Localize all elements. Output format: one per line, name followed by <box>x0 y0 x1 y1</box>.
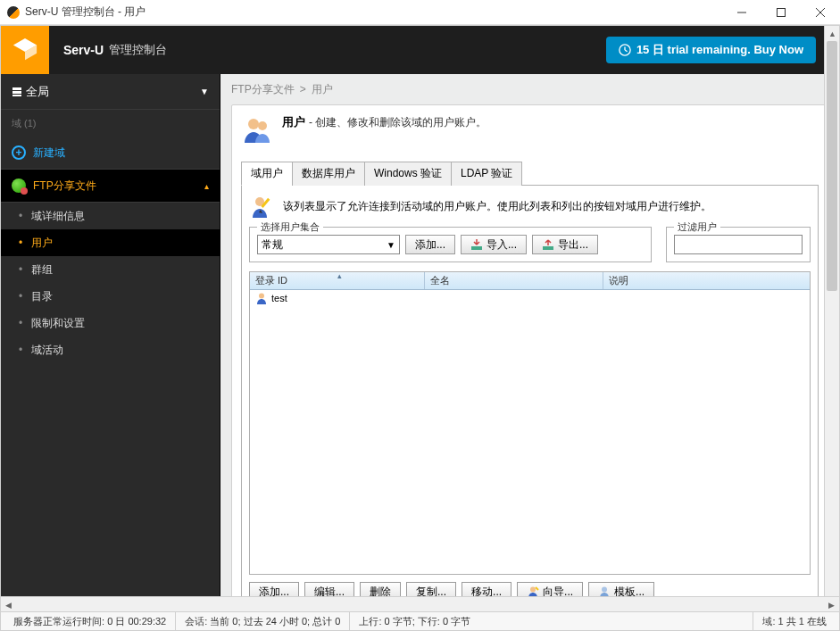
tab-body: 该列表显示了允许连接到活动域的用户账户。使用此列表和列出的按钮对域用户进行维护。… <box>241 186 819 610</box>
svg-rect-11 <box>12 95 21 96</box>
scroll-thumb-v[interactable] <box>827 41 837 291</box>
svg-rect-10 <box>12 91 21 94</box>
plus-circle-icon: + <box>12 145 26 160</box>
user-set-combo-value: 常规 <box>262 237 283 253</box>
vertical-scrollbar[interactable]: ▲ ▼ <box>824 26 839 615</box>
window-close-button[interactable] <box>801 0 840 25</box>
new-domain-label: 新建域 <box>33 145 65 161</box>
import-icon <box>470 238 483 251</box>
table-header: 登录 ID 全名 说明 <box>250 272 810 290</box>
window-maximize-button[interactable] <box>761 0 801 25</box>
svg-point-13 <box>258 121 267 130</box>
breadcrumb-root[interactable]: FTP分享文件 <box>231 82 295 97</box>
tab-desc-row: 该列表显示了允许连接到活动域的用户账户。使用此列表和列出的按钮对域用户进行维护。 <box>249 193 811 220</box>
filter-user-legend: 过滤用户 <box>674 220 720 234</box>
col-desc[interactable]: 说明 <box>603 272 810 289</box>
tab-ldap-auth[interactable]: LDAP 验证 <box>451 162 522 186</box>
horizontal-scrollbar[interactable]: ◀ ▶ <box>1 596 839 611</box>
svg-point-21 <box>602 587 607 593</box>
sidebar-ftpshare-label: FTP分享文件 <box>33 179 96 194</box>
table-row[interactable]: test <box>250 290 810 306</box>
cell-login-id: test <box>271 293 287 303</box>
app-header: Serv-U 管理控制台 15 日 trial remaining. Buy N… <box>1 26 839 74</box>
content: FTP分享文件 > 用户 用户 - 创建、修改和删除该域的用户账户。 <box>220 74 839 630</box>
tab-domain-users[interactable]: 域用户 <box>241 162 293 186</box>
brand-name: Serv-U <box>63 43 104 57</box>
filter-input[interactable] <box>674 235 803 254</box>
sidebar-ftpshare[interactable]: FTP分享文件 ▴ <box>1 169 220 203</box>
users-icon <box>241 114 273 146</box>
subnav-item-2[interactable]: 群组 <box>1 256 220 283</box>
svg-rect-17 <box>471 246 482 250</box>
chevron-up-icon: ▴ <box>204 181 209 191</box>
tab-windows-auth[interactable]: Windows 验证 <box>364 162 452 186</box>
select-user-set-legend: 选择用户集合 <box>257 220 323 234</box>
page-desc: - 创建、修改和删除该域的用户账户。 <box>309 115 487 130</box>
page-title: 用户 <box>282 114 305 130</box>
status-uptime: 服务器正常运行时间: 0 日 00:29:32 <box>4 612 176 630</box>
tab-db-users[interactable]: 数据库用户 <box>292 162 365 186</box>
sidebar-global-label: 全局 <box>26 84 49 100</box>
sidebar-domains-count: 域 (1) <box>1 110 220 137</box>
user-edit-icon <box>249 193 276 220</box>
svg-rect-9 <box>12 87 21 90</box>
fieldset-row: 选择用户集合 常规 ▼ 添加... 导入... <box>249 227 811 262</box>
subnav-item-1[interactable]: 用户 <box>1 229 220 256</box>
col-fullname[interactable]: 全名 <box>425 272 603 289</box>
user-set-combobox[interactable]: 常规 ▼ <box>257 235 400 254</box>
svg-point-19 <box>259 294 264 299</box>
globe-icon <box>12 179 26 193</box>
scroll-right-icon[interactable]: ▶ <box>824 597 839 612</box>
status-domains: 域: 1 共 1 在线 <box>753 612 836 630</box>
users-table: 登录 ID 全名 说明 test <box>249 271 811 575</box>
page-head: 用户 - 创建、修改和删除该域的用户账户。 <box>241 114 819 146</box>
subnav-item-0[interactable]: 域详细信息 <box>1 203 220 229</box>
tabs: 域用户 数据库用户 Windows 验证 LDAP 验证 <box>241 161 819 186</box>
status-sessions: 会话: 当前 0; 过去 24 小时 0; 总计 0 <box>176 612 350 630</box>
scroll-up-icon[interactable]: ▲ <box>825 26 839 41</box>
window-minimize-button[interactable] <box>722 0 761 25</box>
svg-point-12 <box>248 119 259 129</box>
statusbar: 服务器正常运行时间: 0 日 00:29:32 会话: 当前 0; 过去 24 … <box>1 611 839 630</box>
export-icon <box>542 238 554 251</box>
new-domain-button[interactable]: + 新建域 <box>1 137 220 169</box>
table-body[interactable]: test <box>250 290 810 574</box>
tab-desc: 该列表显示了允许连接到活动域的用户账户。使用此列表和列出的按钮对域用户进行维护。 <box>283 199 711 214</box>
window-titlebar: Serv-U 管理控制台 - 用户 <box>0 0 840 25</box>
trial-buy-now-button[interactable]: 15 日 trial remaining. Buy Now <box>606 37 816 63</box>
breadcrumb: FTP分享文件 > 用户 <box>220 74 839 104</box>
app-icon <box>7 6 20 19</box>
export-button[interactable]: 导出... <box>532 235 598 254</box>
svg-line-8 <box>625 50 628 52</box>
chevron-down-icon: ▼ <box>200 87 209 96</box>
brand-title: Serv-U 管理控制台 <box>49 26 167 74</box>
subnav-item-5[interactable]: 域活动 <box>1 336 220 363</box>
panel: 用户 - 创建、修改和删除该域的用户账户。 域用户 数据库用户 Windows … <box>231 104 828 619</box>
svg-rect-1 <box>778 8 786 16</box>
import-button[interactable]: 导入... <box>461 235 527 254</box>
server-icon <box>12 87 22 97</box>
app-scrollarea: Serv-U 管理控制台 15 日 trial remaining. Buy N… <box>1 26 839 630</box>
col-login-id[interactable]: 登录 ID <box>250 272 425 289</box>
main-row: 全局 ▼ 域 (1) + 新建域 FTP分享文件 ▴ 域详细信息 用户 <box>1 74 839 630</box>
scroll-left-icon[interactable]: ◀ <box>1 597 16 612</box>
status-traffic: 上行: 0 字节; 下行: 0 字节 <box>350 612 753 630</box>
sidebar: 全局 ▼ 域 (1) + 新建域 FTP分享文件 ▴ 域详细信息 用户 <box>1 74 220 630</box>
brand-sub: 管理控制台 <box>109 42 167 58</box>
subnav-item-3[interactable]: 目录 <box>1 283 220 310</box>
window-title: Serv-U 管理控制台 - 用户 <box>25 4 722 20</box>
sidebar-global[interactable]: 全局 ▼ <box>1 74 220 110</box>
caret-down-icon: ▼ <box>387 240 395 250</box>
scroll-track-h[interactable] <box>16 597 824 611</box>
sidebar-subnav: 域详细信息 用户 群组 目录 限制和设置 域活动 <box>1 203 220 363</box>
svg-point-20 <box>530 587 536 593</box>
brand-logo <box>1 26 49 74</box>
subnav-item-4[interactable]: 限制和设置 <box>1 310 220 336</box>
filter-user-fieldset: 过滤用户 <box>666 227 811 262</box>
trial-text: 15 日 trial remaining. Buy Now <box>636 42 803 58</box>
app-frame: Serv-U 管理控制台 15 日 trial remaining. Buy N… <box>0 25 840 631</box>
breadcrumb-sep: > <box>300 83 306 95</box>
add-set-button[interactable]: 添加... <box>405 235 455 254</box>
svg-rect-18 <box>543 246 553 250</box>
user-icon <box>255 292 268 304</box>
